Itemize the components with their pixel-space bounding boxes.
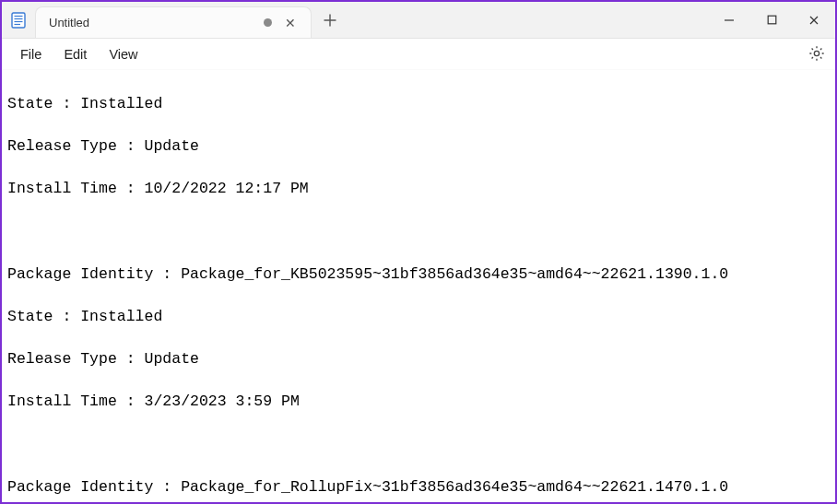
text-line: Install Time : 3/23/2023 3:59 PM (7, 391, 830, 412)
tab-title: Untitled (49, 16, 89, 29)
text-line: Package Identity : Package_for_KB5023595… (7, 264, 830, 285)
text-line (7, 434, 830, 455)
svg-rect-0 (12, 13, 25, 28)
maximize-button[interactable] (750, 2, 793, 38)
settings-button[interactable] (808, 44, 826, 65)
window-controls (708, 2, 835, 38)
new-tab-button[interactable] (312, 2, 348, 38)
text-line (7, 221, 830, 242)
active-tab[interactable]: Untitled ✕ (35, 6, 312, 38)
text-line: Release Type : Update (7, 135, 830, 157)
menu-bar: File Edit View (2, 39, 835, 70)
text-line: State : Installed (7, 93, 830, 114)
menu-file[interactable]: File (9, 43, 53, 65)
close-window-button[interactable] (793, 2, 835, 38)
tab-controls: ✕ (264, 17, 296, 29)
menu-edit[interactable]: Edit (53, 43, 98, 65)
menu-view[interactable]: View (98, 43, 148, 65)
text-line: Release Type : Update (7, 348, 830, 369)
modified-dot-icon (264, 18, 272, 27)
title-bar: Untitled ✕ (2, 2, 835, 39)
svg-rect-6 (768, 16, 776, 24)
notepad-app-icon (2, 2, 35, 38)
minimize-button[interactable] (708, 2, 750, 38)
svg-point-7 (814, 51, 819, 55)
text-line: Install Time : 10/2/2022 12:17 PM (7, 178, 830, 199)
close-tab-icon[interactable]: ✕ (285, 17, 296, 29)
text-editor-content[interactable]: State : Installed Release Type : Update … (2, 70, 835, 504)
text-line: State : Installed (7, 306, 830, 327)
text-line: Package Identity : Package_for_RollupFix… (7, 476, 830, 498)
